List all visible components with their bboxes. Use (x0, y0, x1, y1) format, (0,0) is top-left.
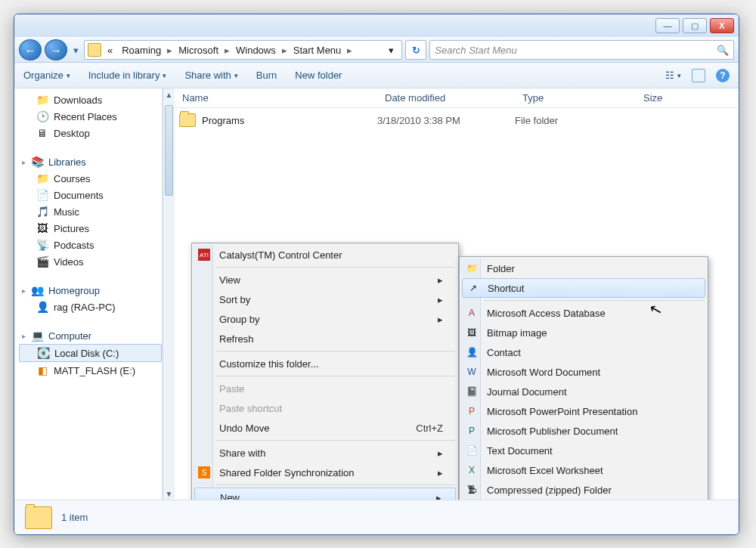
search-icon: 🔍 (717, 45, 729, 56)
search-input[interactable]: Search Start Menu 🔍 (429, 40, 734, 60)
shortcut-icon: ↗ (467, 282, 479, 294)
burn-button[interactable]: Burn (256, 70, 277, 81)
menu-item-shared-folder-sync[interactable]: SShared Folder Synchronization▸ (194, 463, 457, 482)
scroll-up-icon[interactable]: ▲ (163, 88, 175, 101)
sidebar-item-videos[interactable]: 🎬Videos (19, 253, 162, 270)
breadcrumb-seg[interactable]: Microsoft (174, 45, 223, 56)
sidebar-item-podcasts[interactable]: 📡Podcasts (19, 237, 162, 253)
journal-icon: 📓 (466, 385, 478, 398)
sidebar-item-documents[interactable]: 📄Documents (19, 187, 162, 203)
organize-button[interactable]: Organize▾ (23, 70, 70, 81)
folder-icon: 📁 (36, 172, 49, 185)
sidebar-item-local-disk[interactable]: 💽Local Disk (C:) (19, 344, 162, 362)
word-icon: W (466, 366, 478, 378)
breadcrumb[interactable]: « Roaming▸ Microsoft▸ Windows▸ Start Men… (84, 40, 402, 60)
sidebar-item-flash[interactable]: ◧MATT_FLASH (E:) (19, 362, 162, 379)
breadcrumb-seg[interactable]: Windows (231, 45, 280, 56)
column-headers[interactable]: Name Date modified Type Size (175, 88, 739, 108)
submenu-item-journal[interactable]: 📓Journal Document (461, 382, 706, 401)
drive-icon: 💽 (36, 346, 50, 360)
sidebar-item-downloads[interactable]: 📁Downloads (19, 91, 162, 108)
explorer-window: — ▢ X ← → ▾ « Roaming▸ Microsoft▸ Window… (14, 14, 739, 535)
submenu-item-word[interactable]: WMicrosoft Word Document (461, 362, 706, 382)
share-with-button[interactable]: Share with▾ (184, 70, 237, 81)
documents-icon: 📄 (36, 188, 49, 202)
sync-icon: S (198, 466, 210, 478)
breadcrumb-seg[interactable]: Roaming (117, 45, 166, 56)
music-icon: 🎵 (36, 205, 49, 218)
submenu-item-contact[interactable]: 👤Contact (461, 342, 706, 362)
menu-item-undo-move[interactable]: Undo MoveCtrl+Z (194, 418, 457, 438)
submenu-item-zip[interactable]: 🗜Compressed (zipped) Folder (461, 480, 706, 500)
user-icon: 👤 (36, 300, 49, 314)
submenu-item-shortcut[interactable]: ↗Shortcut (462, 278, 705, 298)
menu-item-new[interactable]: New▸ (194, 488, 456, 500)
preview-pane-button[interactable] (692, 69, 705, 82)
nav-history-dropdown[interactable]: ▾ (70, 39, 81, 60)
col-type[interactable]: Type (515, 92, 636, 104)
podcast-icon: 📡 (36, 238, 49, 252)
breadcrumb-seg[interactable]: Start Menu (289, 45, 346, 56)
maximize-button[interactable]: ▢ (683, 18, 707, 33)
menu-item-view[interactable]: View▸ (194, 270, 457, 289)
sidebar-item-rag[interactable]: 👤rag (RAG-PC) (19, 299, 162, 315)
sidebar-item-recent-places[interactable]: 🕑Recent Places (19, 108, 162, 125)
scroll-down-icon[interactable]: ▼ (163, 488, 175, 500)
file-date: 3/18/2010 3:38 PM (377, 115, 515, 126)
folder-icon (25, 506, 52, 529)
file-row[interactable]: Programs 3/18/2010 3:38 PM File folder (175, 108, 739, 132)
menu-item-share-with[interactable]: Share with▸ (194, 443, 457, 463)
submenu-item-excel[interactable]: XMicrosoft Excel Worksheet (461, 460, 706, 480)
col-name[interactable]: Name (175, 92, 377, 104)
folder-icon: 📁 (466, 262, 478, 274)
new-folder-button[interactable]: New folder (295, 70, 342, 81)
ati-icon: ATI (198, 249, 210, 261)
sidebar-item-desktop[interactable]: 🖥Desktop (19, 125, 162, 141)
forward-button[interactable]: → (45, 39, 67, 60)
ppt-icon: P (466, 405, 478, 417)
menu-item-customize[interactable]: Customize this folder... (194, 354, 457, 373)
submenu-item-bitmap[interactable]: 🖼Bitmap image (461, 323, 706, 342)
refresh-button[interactable]: ↻ (405, 40, 426, 60)
menu-item-paste: Paste (194, 379, 457, 398)
scroll-thumb[interactable] (165, 105, 173, 196)
submenu-item-powerpoint[interactable]: PMicrosoft PowerPoint Presentation (461, 401, 706, 421)
sidebar-item-courses[interactable]: 📁Courses (19, 170, 162, 187)
submenu-item-folder[interactable]: 📁Folder (461, 259, 706, 278)
col-size[interactable]: Size (636, 92, 739, 104)
submenu-item-publisher[interactable]: PMicrosoft Publisher Document (461, 421, 706, 441)
breadcrumb-dropdown[interactable]: ▾ (384, 45, 398, 56)
include-in-library-button[interactable]: Include in library▾ (88, 70, 167, 81)
nav-bar: ← → ▾ « Roaming▸ Microsoft▸ Windows▸ Sta… (14, 37, 739, 63)
sidebar-group-computer[interactable]: 💻Computer (19, 324, 162, 344)
access-icon: A (466, 307, 478, 319)
file-name: Programs (202, 115, 244, 126)
sidebar-item-pictures[interactable]: 🖼Pictures (19, 220, 162, 237)
back-button[interactable]: ← (19, 39, 42, 60)
col-date[interactable]: Date modified (377, 92, 515, 104)
submenu-item-access[interactable]: AMicrosoft Access Database (461, 303, 706, 323)
sidebar-scrollbar[interactable]: ▲ ▼ (163, 88, 175, 500)
text-icon: 📄 (466, 444, 478, 457)
menu-item-refresh[interactable]: Refresh (194, 329, 457, 348)
close-button[interactable]: X (710, 18, 734, 33)
help-button[interactable]: ? (716, 69, 730, 82)
status-bar: 1 item (14, 500, 739, 534)
menu-item-sort-by[interactable]: Sort by▸ (194, 289, 457, 309)
video-icon: 🎬 (36, 255, 49, 268)
folder-icon: 📁 (36, 93, 49, 107)
contact-icon: 👤 (466, 346, 478, 358)
minimize-button[interactable]: — (655, 18, 680, 33)
submenu-item-text[interactable]: 📄Text Document (461, 441, 706, 460)
menu-item-paste-shortcut: Paste shortcut (194, 398, 457, 418)
breadcrumb-prefix[interactable]: « (103, 45, 117, 56)
sidebar-group-homegroup[interactable]: 👥Homegroup (19, 279, 162, 299)
toolbar: Organize▾ Include in library▾ Share with… (14, 63, 739, 88)
menu-item-catalyst[interactable]: ATICatalyst(TM) Control Center (194, 245, 457, 265)
file-type: File folder (515, 115, 636, 126)
view-options-button[interactable]: ☷▾ (665, 70, 681, 81)
titlebar: — ▢ X (14, 14, 739, 37)
menu-item-group-by[interactable]: Group by▸ (194, 309, 457, 329)
sidebar-group-libraries[interactable]: 📚Libraries (19, 150, 162, 170)
sidebar-item-music[interactable]: 🎵Music (19, 203, 162, 220)
